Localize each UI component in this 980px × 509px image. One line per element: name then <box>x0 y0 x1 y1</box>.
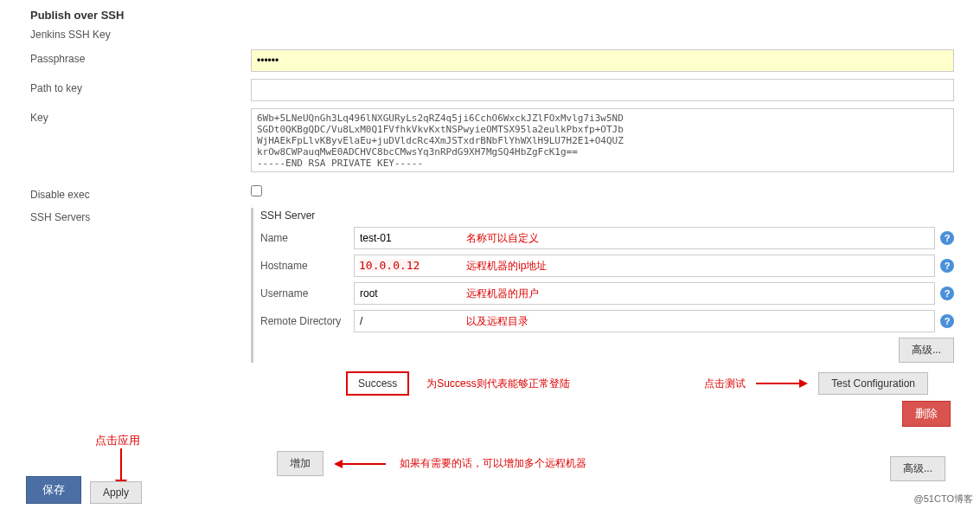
passphrase-label: Passphrase <box>26 49 251 65</box>
help-icon[interactable]: ? <box>940 259 954 273</box>
delete-button[interactable]: 删除 <box>902 401 951 427</box>
test-configuration-button[interactable]: Test Configuration <box>818 372 928 395</box>
section-title: Publish over SSH <box>30 9 954 22</box>
success-note: 为Success则代表能够正常登陆 <box>426 377 569 391</box>
advanced-button-2[interactable]: 高级... <box>890 456 945 481</box>
key-textarea[interactable] <box>251 108 954 172</box>
server-hostname-input[interactable] <box>354 254 935 277</box>
server-username-input[interactable] <box>354 282 935 305</box>
disable-exec-label: Disable exec <box>26 185 251 201</box>
help-icon[interactable]: ? <box>940 287 954 300</box>
watermark: @51CTO博客 <box>914 493 973 506</box>
advanced-button[interactable]: 高级... <box>899 338 954 363</box>
server-name-label: Name <box>260 232 354 244</box>
server-hostname-label: Hostname <box>260 260 354 272</box>
server-remotedir-input[interactable] <box>354 310 935 332</box>
server-username-label: Username <box>260 287 354 300</box>
ssh-server-title: SSH Server <box>260 209 954 222</box>
server-remotedir-label: Remote Directory <box>260 315 354 327</box>
save-button[interactable]: 保存 <box>26 476 81 504</box>
apply-note: 点击应用 <box>95 433 140 448</box>
ssh-servers-label: SSH Servers <box>26 208 251 363</box>
server-name-input[interactable] <box>354 227 935 249</box>
add-note: 如果有需要的话，可以增加多个远程机器 <box>400 456 586 471</box>
path-to-key-label: Path to key <box>26 79 251 94</box>
success-status: Success <box>346 371 409 396</box>
key-label: Key <box>26 108 251 124</box>
apply-button[interactable]: Apply <box>90 481 142 504</box>
path-to-key-input[interactable] <box>251 79 954 101</box>
help-icon[interactable]: ? <box>940 231 954 245</box>
add-server-button[interactable]: 增加 <box>277 451 323 476</box>
test-note: 点击测试 <box>704 377 746 391</box>
help-icon[interactable]: ? <box>940 314 954 328</box>
section-subtitle: Jenkins SSH Key <box>30 29 954 41</box>
passphrase-input[interactable] <box>251 49 954 72</box>
disable-exec-checkbox[interactable] <box>251 185 262 197</box>
